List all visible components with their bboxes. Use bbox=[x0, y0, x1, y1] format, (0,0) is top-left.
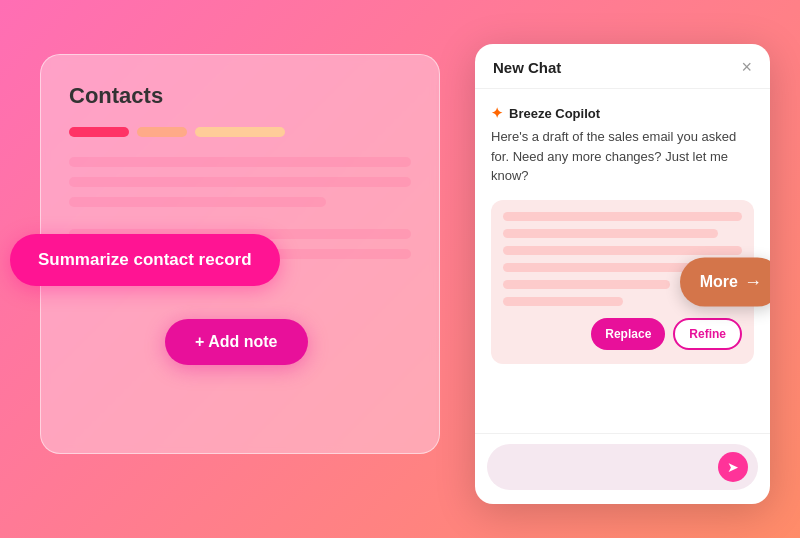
send-button[interactable]: ➤ bbox=[718, 452, 748, 482]
add-note-button[interactable]: + Add note bbox=[165, 319, 308, 365]
draft-actions: Replace Refine bbox=[503, 318, 742, 350]
breeze-icon: ✦ bbox=[491, 105, 503, 121]
scene: Contacts Summarize contact record + Add … bbox=[20, 24, 780, 514]
chat-body: ✦ Breeze Copilot Here's a draft of the s… bbox=[475, 89, 770, 433]
contacts-bar-row bbox=[69, 127, 411, 137]
chat-input-wrapper: ➤ bbox=[487, 444, 758, 490]
line bbox=[69, 177, 411, 187]
refine-button[interactable]: Refine bbox=[673, 318, 742, 350]
contacts-title: Contacts bbox=[69, 83, 411, 109]
breeze-text: Here's a draft of the sales email you as… bbox=[491, 127, 754, 186]
bar-orange-long bbox=[195, 127, 285, 137]
chat-input-area: ➤ bbox=[475, 433, 770, 504]
bar-orange-short bbox=[137, 127, 187, 137]
draft-box: More → Replace Refine bbox=[491, 200, 754, 364]
chat-title: New Chat bbox=[493, 59, 561, 76]
summarize-contact-record-button[interactable]: Summarize contact record bbox=[10, 234, 280, 286]
breeze-name: Breeze Copilot bbox=[509, 106, 600, 121]
close-button[interactable]: × bbox=[741, 58, 752, 76]
chat-header: New Chat × bbox=[475, 44, 770, 89]
more-badge[interactable]: More → bbox=[680, 257, 770, 306]
draft-line bbox=[503, 212, 742, 221]
draft-line bbox=[503, 280, 670, 289]
chat-input[interactable] bbox=[501, 460, 710, 475]
chat-panel: New Chat × ✦ Breeze Copilot Here's a dra… bbox=[475, 44, 770, 504]
more-arrow-icon: → bbox=[744, 271, 762, 292]
breeze-label: ✦ Breeze Copilot bbox=[491, 105, 754, 121]
line bbox=[69, 157, 411, 167]
send-icon: ➤ bbox=[727, 459, 739, 475]
line bbox=[69, 197, 326, 207]
draft-line bbox=[503, 246, 742, 255]
draft-line bbox=[503, 229, 718, 238]
draft-line bbox=[503, 297, 623, 306]
replace-button[interactable]: Replace bbox=[591, 318, 665, 350]
contacts-lines bbox=[69, 157, 411, 207]
draft-line bbox=[503, 263, 694, 272]
bar-red bbox=[69, 127, 129, 137]
breeze-message: ✦ Breeze Copilot Here's a draft of the s… bbox=[491, 105, 754, 186]
more-label: More bbox=[700, 273, 738, 291]
